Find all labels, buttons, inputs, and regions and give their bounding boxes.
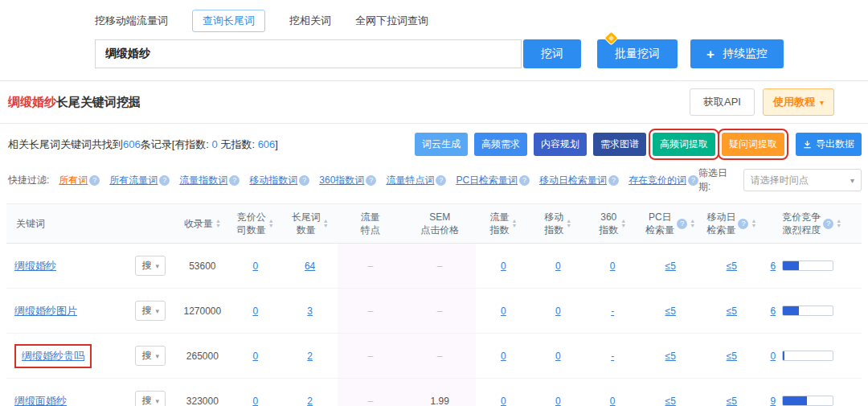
search-dropdown-button[interactable]: 搜▾ bbox=[135, 391, 166, 406]
competition-link[interactable]: 0 bbox=[770, 351, 776, 362]
competition-link[interactable]: 9 bbox=[770, 396, 776, 406]
help-icon[interactable]: ? bbox=[608, 175, 619, 186]
keyword-link[interactable]: 绸缎婚纱 bbox=[14, 260, 56, 272]
filter-link[interactable]: PC日检索量词 bbox=[456, 174, 518, 187]
value-link[interactable]: 0 bbox=[252, 351, 258, 362]
value-link[interactable]: ≤5 bbox=[665, 351, 676, 362]
value-link[interactable]: 0 bbox=[252, 396, 258, 406]
search-dropdown-button[interactable]: 搜▾ bbox=[135, 346, 166, 366]
filter-link[interactable]: 所有词 bbox=[59, 174, 88, 187]
tab-query-longtail-words[interactable]: 查询长尾词 bbox=[192, 10, 265, 32]
filter-link[interactable]: 存在竞价的词 bbox=[628, 174, 686, 187]
help-icon[interactable]: ? bbox=[738, 219, 748, 229]
search-dropdown-button[interactable]: 搜▾ bbox=[135, 256, 166, 276]
value-link[interactable]: ≤5 bbox=[727, 260, 737, 272]
word-cloud-button[interactable]: 词云生成 bbox=[415, 133, 468, 156]
cell-value: – bbox=[367, 260, 373, 272]
help-icon[interactable]: ? bbox=[299, 175, 309, 186]
help-icon[interactable]: ? bbox=[89, 175, 100, 186]
search-row: 挖词 批量挖词 + 持续监控 bbox=[95, 39, 836, 69]
dig-words-button[interactable]: 挖词 bbox=[523, 39, 581, 68]
column-header[interactable]: PC日检索量?▲▼ bbox=[640, 204, 701, 244]
search-dropdown-button[interactable]: 搜▾ bbox=[135, 301, 166, 321]
column-header[interactable]: 竞价公司数量▲▼ bbox=[228, 204, 283, 244]
date-select[interactable]: 请选择时间点 ▾ bbox=[743, 169, 862, 191]
filter-link[interactable]: 流量指数词 bbox=[179, 174, 227, 187]
value-link[interactable]: 0 bbox=[555, 260, 561, 272]
sort-icon[interactable]: ▲▼ bbox=[215, 219, 221, 228]
sort-icon[interactable]: ▲▼ bbox=[566, 219, 571, 228]
keyword-link[interactable]: 绸缎婚纱图片 bbox=[14, 305, 77, 317]
value-link[interactable]: 0 bbox=[610, 396, 616, 406]
value-link[interactable]: 0 bbox=[501, 306, 506, 317]
sort-icon[interactable]: ▲▼ bbox=[690, 219, 695, 228]
value-link[interactable]: 0 bbox=[501, 351, 506, 362]
column-header[interactable]: 长尾词数量▲▼ bbox=[283, 204, 338, 244]
sort-icon[interactable]: ▲▼ bbox=[836, 219, 841, 228]
keyword-link[interactable]: 绸缎婚纱贵吗 bbox=[22, 350, 84, 362]
help-icon[interactable]: ? bbox=[519, 175, 530, 186]
filter-link[interactable]: 移动指数词 bbox=[249, 174, 297, 187]
competition-link[interactable]: 6 bbox=[770, 260, 776, 272]
value-link[interactable]: - bbox=[611, 351, 614, 362]
value-link[interactable]: 0 bbox=[501, 260, 506, 272]
help-icon[interactable]: ? bbox=[366, 175, 376, 186]
help-icon[interactable]: ? bbox=[823, 219, 833, 229]
help-icon[interactable]: ? bbox=[229, 175, 240, 186]
help-icon[interactable]: ? bbox=[677, 219, 687, 229]
column-header[interactable]: 移动日检索量?▲▼ bbox=[701, 204, 762, 244]
competition-link[interactable]: 6 bbox=[770, 306, 776, 317]
value-link[interactable]: 0 bbox=[555, 396, 561, 406]
batch-dig-button[interactable]: 批量挖词 bbox=[597, 39, 678, 68]
column-header[interactable]: 收录量▲▼ bbox=[177, 204, 228, 244]
tab-dig-related-words[interactable]: 挖相关词 bbox=[289, 10, 331, 31]
filter-link[interactable]: 所有流量词 bbox=[109, 174, 158, 187]
tab-sitewide-dropdown-query[interactable]: 全网下拉词查询 bbox=[355, 10, 428, 31]
help-icon[interactable]: ? bbox=[436, 175, 446, 186]
value-link[interactable]: - bbox=[611, 306, 614, 317]
sort-icon[interactable]: ▲▼ bbox=[268, 219, 274, 228]
keyword-input[interactable] bbox=[95, 39, 522, 68]
filter-link[interactable]: 移动日检索量词 bbox=[539, 174, 607, 187]
continuous-monitor-button[interactable]: + 持续监控 bbox=[690, 39, 784, 68]
demand-map-button[interactable]: 需求图谱 bbox=[593, 133, 646, 156]
question-extract-button[interactable]: 疑问词提取 bbox=[722, 133, 784, 156]
value-link[interactable]: ≤5 bbox=[665, 396, 676, 406]
value-link[interactable]: ≤5 bbox=[727, 396, 737, 406]
value-link[interactable]: 0 bbox=[252, 306, 258, 317]
value-link[interactable]: 2 bbox=[307, 351, 313, 362]
column-header[interactable]: 移动指数▲▼ bbox=[530, 204, 585, 244]
value-link[interactable]: 0 bbox=[501, 396, 506, 406]
value-link[interactable]: ≤5 bbox=[727, 306, 737, 317]
sort-icon[interactable]: ▲▼ bbox=[751, 219, 756, 228]
value-link[interactable]: 3 bbox=[307, 306, 313, 317]
value-link[interactable]: 64 bbox=[305, 260, 315, 272]
value-link[interactable]: 0 bbox=[610, 260, 616, 272]
get-api-button[interactable]: 获取API bbox=[690, 88, 755, 116]
value-link[interactable]: 0 bbox=[252, 260, 258, 272]
value-link[interactable]: 0 bbox=[555, 351, 561, 362]
sort-icon[interactable]: ▲▼ bbox=[620, 219, 626, 228]
column-header[interactable]: 竞价竞争激烈程度?▲▼ bbox=[762, 204, 862, 244]
help-icon[interactable]: ? bbox=[159, 175, 170, 186]
export-data-button[interactable]: 导出数据 bbox=[796, 133, 862, 156]
tutorial-button[interactable]: 使用教程 ▾ bbox=[763, 88, 834, 116]
sort-icon[interactable]: ▲▼ bbox=[323, 219, 329, 228]
filter-link[interactable]: 360指数词 bbox=[319, 174, 364, 187]
value-link[interactable]: 0 bbox=[555, 306, 561, 317]
filter-link[interactable]: 流量特点词 bbox=[386, 174, 434, 187]
value-link[interactable]: ≤5 bbox=[665, 306, 676, 317]
content-plan-button[interactable]: 内容规划 bbox=[534, 133, 587, 156]
tab-dig-mobile-traffic-words[interactable]: 挖移动端流量词 bbox=[95, 10, 168, 31]
high-freq-extract-button[interactable]: 高频词提取 bbox=[653, 133, 715, 156]
column-header[interactable]: 360指数▲▼ bbox=[585, 204, 640, 244]
value-link[interactable]: 2 bbox=[307, 396, 313, 406]
sort-icon[interactable]: ▲▼ bbox=[511, 219, 517, 228]
column-header[interactable]: 流量指数▲▼ bbox=[476, 204, 530, 244]
high-freq-demand-button[interactable]: 高频需求 bbox=[474, 133, 527, 156]
help-icon[interactable]: ? bbox=[688, 175, 698, 186]
value-link[interactable]: ≤5 bbox=[727, 351, 737, 362]
keyword-link[interactable]: 绸缎面婚纱 bbox=[14, 395, 67, 406]
filter-item: 移动日检索量词? bbox=[539, 174, 619, 187]
value-link[interactable]: ≤5 bbox=[665, 260, 676, 272]
